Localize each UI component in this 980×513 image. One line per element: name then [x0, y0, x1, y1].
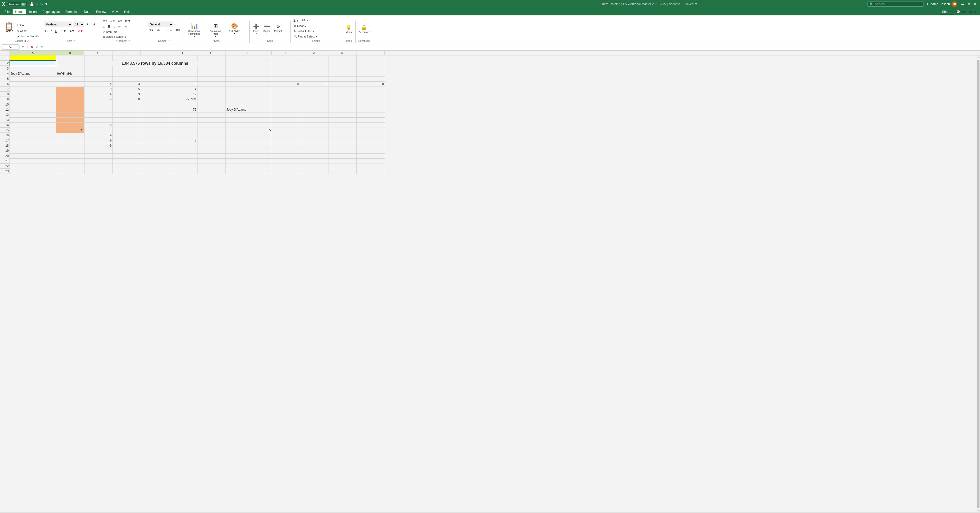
cell-H10[interactable]	[226, 102, 272, 107]
cell-K18[interactable]	[328, 143, 356, 148]
fill-color-button[interactable]: A̲▼	[68, 29, 76, 33]
cell-B16[interactable]	[56, 133, 84, 138]
col-header-I[interactable]: I	[272, 51, 300, 55]
format-painter-button[interactable]: 🖌 Format Painter	[16, 34, 41, 38]
merge-center-button[interactable]: ⊠ Merge & Center ▼	[102, 35, 128, 39]
cell-L6[interactable]: 8	[356, 81, 385, 87]
cell-E4[interactable]	[141, 71, 169, 76]
border-button[interactable]: ⊞▼	[59, 29, 68, 33]
cell-K6[interactable]	[328, 81, 356, 87]
cell-B11[interactable]	[56, 107, 84, 112]
cell-J12[interactable]	[300, 112, 328, 118]
cell-L14[interactable]	[356, 122, 385, 128]
cell-H17[interactable]	[226, 138, 272, 143]
cell-G8[interactable]	[197, 92, 226, 97]
cell-I18[interactable]	[272, 143, 300, 148]
cell-A1[interactable]	[10, 56, 56, 60]
cell-E1[interactable]	[141, 56, 169, 60]
cell-A13[interactable]	[10, 118, 56, 122]
cell-B1[interactable]	[56, 56, 84, 60]
cell-G18[interactable]	[197, 143, 226, 148]
cell-F14[interactable]	[169, 122, 197, 128]
cell-D11[interactable]	[113, 107, 141, 112]
find-select-button[interactable]: 🔍 Find & Select ▼	[292, 34, 319, 39]
save-icon[interactable]: 💾	[30, 2, 34, 6]
cell-I14[interactable]	[272, 122, 300, 128]
cell-K11[interactable]	[328, 107, 356, 112]
conditional-formatting-button[interactable]: 📊 Conditional Formatting ▼	[185, 22, 204, 39]
cell-I7[interactable]	[272, 87, 300, 92]
comments-button[interactable]: 💬 Comments	[954, 9, 978, 14]
cell-C12[interactable]	[84, 112, 113, 118]
cell-A9[interactable]	[10, 97, 56, 102]
cell-C10[interactable]	[84, 102, 113, 107]
cell-F1[interactable]	[169, 56, 197, 60]
ideas-button[interactable]: 💡 Ideas	[344, 22, 354, 37]
cell-I16[interactable]	[272, 133, 300, 138]
minimize-button[interactable]: —	[959, 2, 966, 7]
cell-B10[interactable]	[56, 102, 84, 107]
confirm-formula-button[interactable]: ✓	[35, 45, 40, 49]
cell-I6[interactable]: 5	[272, 81, 300, 87]
cell-L18[interactable]	[356, 143, 385, 148]
underline-button[interactable]: U	[54, 29, 59, 33]
fill-button[interactable]: Fill ▼	[301, 17, 309, 23]
customize-icon[interactable]: ▼	[45, 2, 48, 6]
cell-I17[interactable]	[272, 138, 300, 143]
cell-B13[interactable]	[56, 118, 84, 122]
cell-E13[interactable]	[141, 118, 169, 122]
cell-J9[interactable]	[300, 97, 328, 102]
cell-D17[interactable]	[113, 138, 141, 143]
cell-D6[interactable]: 3	[113, 81, 141, 87]
cell-B18[interactable]	[56, 143, 84, 148]
cell-I9[interactable]	[272, 97, 300, 102]
cell-A17[interactable]	[10, 138, 56, 143]
cell-J2[interactable]	[300, 60, 328, 66]
cell-C8[interactable]: 4	[84, 92, 113, 97]
cell-E10[interactable]	[141, 102, 169, 107]
menu-file[interactable]: File	[2, 9, 12, 14]
number-format-select[interactable]: General	[148, 22, 173, 27]
cell-A3[interactable]	[10, 66, 56, 71]
autosum-button[interactable]: Σ ▼	[292, 17, 300, 23]
cell-D3[interactable]	[113, 66, 141, 71]
cell-E7[interactable]	[141, 87, 169, 92]
percent-button[interactable]: %	[156, 28, 161, 33]
increase-indent-button[interactable]: ⇥	[123, 24, 128, 29]
cell-J5[interactable]	[300, 76, 328, 81]
cell-L4[interactable]	[356, 71, 385, 76]
cell-D2-wide[interactable]: 1,048,576 rows by 16,384 columns	[84, 60, 226, 66]
cell-B4[interactable]: He/Him/His	[56, 71, 84, 76]
scroll-thumb[interactable]	[977, 60, 980, 508]
vertical-scrollbar[interactable]: ▲ ▼	[976, 56, 980, 512]
cell-K10[interactable]	[328, 102, 356, 107]
cell-D10[interactable]	[113, 102, 141, 107]
cell-B14[interactable]	[56, 122, 84, 128]
cell-F11[interactable]: 72	[169, 107, 197, 112]
cell-D18[interactable]	[113, 143, 141, 148]
cell-B8[interactable]	[56, 92, 84, 97]
cell-B17[interactable]	[56, 138, 84, 143]
cell-G4[interactable]	[197, 71, 226, 76]
cell-C14[interactable]: 5	[84, 122, 113, 128]
cell-I15[interactable]	[272, 128, 300, 133]
avatar[interactable]: JD	[951, 1, 957, 7]
cell-A4[interactable]: Joey D'Adamo	[10, 71, 56, 76]
cell-L12[interactable]	[356, 112, 385, 118]
cell-G7[interactable]	[197, 87, 226, 92]
cell-C16[interactable]: 9	[84, 133, 113, 138]
cell-E8[interactable]	[141, 92, 169, 97]
cell-B3[interactable]	[56, 66, 84, 71]
cell-I4[interactable]	[272, 71, 300, 76]
cell-J1[interactable]	[300, 56, 328, 60]
cell-D13[interactable]	[113, 118, 141, 122]
cell-K5[interactable]	[328, 76, 356, 81]
cell-F13[interactable]	[169, 118, 197, 122]
col-header-H[interactable]: H	[226, 51, 272, 55]
cell-G15[interactable]	[197, 128, 226, 133]
cell-E9[interactable]	[141, 97, 169, 102]
cell-L15[interactable]	[356, 128, 385, 133]
cell-B15[interactable]: ↖	[56, 128, 84, 133]
cell-L16[interactable]	[356, 133, 385, 138]
align-bottom-button[interactable]: ⬇≡	[116, 19, 123, 24]
